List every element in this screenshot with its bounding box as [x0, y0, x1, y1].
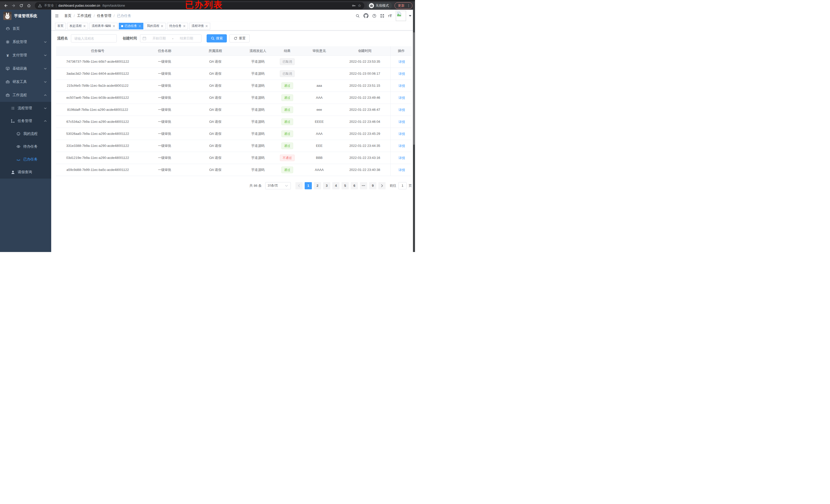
detail-link[interactable]: 详情 [397, 132, 405, 136]
cell-starter: 芋道源码 [241, 140, 275, 152]
table-header-row: 任务编号 任务名称 所属流程 流程发起人 结果 审批意见 创建时间 操作 [56, 46, 412, 56]
detail-link[interactable]: 详情 [397, 108, 405, 112]
create-time-label: 创建时间 [123, 36, 137, 41]
sidebar-item-user[interactable]: 请假查询 [0, 166, 51, 178]
tab-发起流程[interactable]: 发起流程 [67, 23, 88, 29]
cell-actions: 详情 [390, 164, 412, 176]
date-separator: - [172, 37, 174, 40]
github-icon[interactable] [363, 13, 369, 18]
date-end-placeholder[interactable]: 结束日期 [174, 36, 199, 41]
close-icon[interactable] [205, 25, 208, 27]
browser-reload-button[interactable] [18, 2, 25, 9]
detail-link[interactable]: 详情 [397, 168, 405, 172]
prev-page-button[interactable] [295, 182, 302, 189]
avatar[interactable] [396, 11, 406, 21]
cell-actions: 详情 [390, 128, 412, 140]
search-button[interactable]: 搜索 [206, 34, 227, 42]
cell-task-id: 3adac3d2-7b9d-11ec-8404-acde48001122 [56, 68, 139, 79]
cell-actions: 详情 [390, 140, 412, 152]
sidebar-item-briefcase[interactable]: 工作流程 [0, 89, 51, 102]
result-badge: 已取消 [280, 58, 295, 65]
font-size-icon[interactable]: TT [388, 13, 392, 18]
calendar-icon [142, 36, 147, 40]
sidebar-item-toolbox[interactable]: 研发工具 [0, 75, 51, 89]
browser-home-button[interactable] [26, 2, 32, 9]
close-icon[interactable] [113, 25, 115, 27]
sidebar-item-flow[interactable]: 任务管理 [0, 114, 51, 127]
process-name-input[interactable] [71, 34, 117, 42]
result-badge: 不通过 [280, 155, 295, 161]
cell-actions: 详情 [390, 68, 412, 79]
detail-link[interactable]: 详情 [397, 60, 405, 64]
sidebar-item-yen[interactable]: ¥支付管理 [0, 48, 51, 62]
sidebar-logo[interactable]: 芋道管理系统 [0, 10, 51, 22]
cell-process: OA 请假 [190, 56, 241, 68]
cell-actions: 详情 [390, 104, 412, 115]
breadcrumb-home[interactable]: 首页 [64, 13, 71, 18]
page-button-5[interactable]: 5 [342, 182, 349, 189]
tab-待办任务[interactable]: 待办任务 [167, 23, 188, 29]
fullscreen-icon[interactable] [380, 14, 384, 18]
more-pages-button[interactable]: ••• [360, 182, 367, 189]
bookmark-star-icon[interactable]: ☆ [358, 4, 361, 7]
password-key-icon[interactable] [352, 4, 356, 8]
detail-link[interactable]: 详情 [397, 72, 405, 76]
close-icon[interactable] [83, 25, 86, 27]
browser-menu-kebab-icon[interactable] [407, 4, 411, 8]
close-icon[interactable] [183, 25, 186, 27]
user-menu-caret-icon[interactable] [409, 15, 411, 16]
sidebar-item-eye-closed[interactable]: 已办任务 [0, 153, 51, 166]
cell-actions: 详情 [390, 79, 412, 92]
page-button-9[interactable]: 9 [369, 182, 376, 189]
sidebar-item-eye[interactable]: 待办任务 [0, 140, 51, 153]
tab-流程表单-编辑[interactable]: 流程表单-编辑 [89, 23, 118, 29]
detail-link[interactable]: 详情 [397, 83, 405, 88]
cell-result: 通过 [275, 104, 299, 115]
browser-forward-button[interactable] [10, 2, 17, 9]
home-icon [27, 4, 31, 8]
col-process: 所属流程 [190, 46, 241, 56]
tab-我的流程[interactable]: 我的流程 [145, 23, 166, 29]
cell-task-name: 一级审批 [139, 56, 190, 68]
back-arrow-icon [4, 4, 8, 8]
sidebar-item-label: 系统管理 [12, 40, 27, 44]
page-button-4[interactable]: 4 [332, 182, 340, 189]
page-scrollbar[interactable] [413, 10, 415, 252]
cell-task-name: 一级审批 [139, 79, 190, 92]
sidebar-item-dashboard[interactable]: 首页 [0, 22, 51, 35]
detail-link[interactable]: 详情 [397, 96, 405, 100]
header-search-icon[interactable] [356, 14, 360, 18]
sidebar-item-list[interactable]: 流程管理 [0, 102, 51, 114]
cell-starter: 芋道源码 [241, 68, 275, 79]
page-button-2[interactable]: 2 [314, 182, 321, 189]
process-name-label: 流程名 [57, 36, 68, 41]
date-start-placeholder[interactable]: 开始日期 [147, 36, 172, 41]
tab-首页[interactable]: 首页 [55, 23, 66, 29]
goto-page-input[interactable] [398, 182, 407, 189]
help-icon[interactable] [372, 14, 376, 18]
detail-link[interactable]: 详情 [397, 120, 405, 124]
cell-starter: 芋道源码 [241, 128, 275, 140]
page-button-6[interactable]: 6 [351, 182, 358, 189]
sidebar-item-monitor[interactable]: 基础设施 [0, 62, 51, 75]
url-divider [56, 4, 56, 7]
cell-task-id: ec507ae6-7b9a-11ec-b03b-acde48001122 [56, 92, 139, 104]
sidebar-collapse-button[interactable] [53, 12, 60, 20]
reset-button[interactable]: 重置 [229, 34, 250, 42]
close-icon[interactable] [138, 25, 141, 27]
detail-link[interactable]: 详情 [397, 144, 405, 148]
browser-update-button[interactable]: 更新 [394, 2, 412, 9]
scrollbar-thumb[interactable] [413, 32, 415, 145]
close-icon[interactable] [161, 25, 163, 27]
browser-back-button[interactable] [3, 2, 9, 9]
page-size-select[interactable]: 10条/页 [265, 182, 291, 189]
detail-link[interactable]: 详情 [397, 156, 405, 160]
page-button-active[interactable]: 1 [305, 182, 312, 189]
next-page-button[interactable] [378, 182, 386, 189]
tab-流程详情[interactable]: 流程详情 [189, 23, 210, 29]
sidebar-item-gear[interactable]: 系统管理 [0, 35, 51, 48]
sidebar-item-face[interactable]: 我的流程 [0, 127, 51, 140]
date-range-picker[interactable]: 开始日期 - 结束日期 [140, 34, 201, 42]
tab-已办任务[interactable]: 已办任务 [119, 23, 143, 29]
page-button-3[interactable]: 3 [323, 182, 330, 189]
